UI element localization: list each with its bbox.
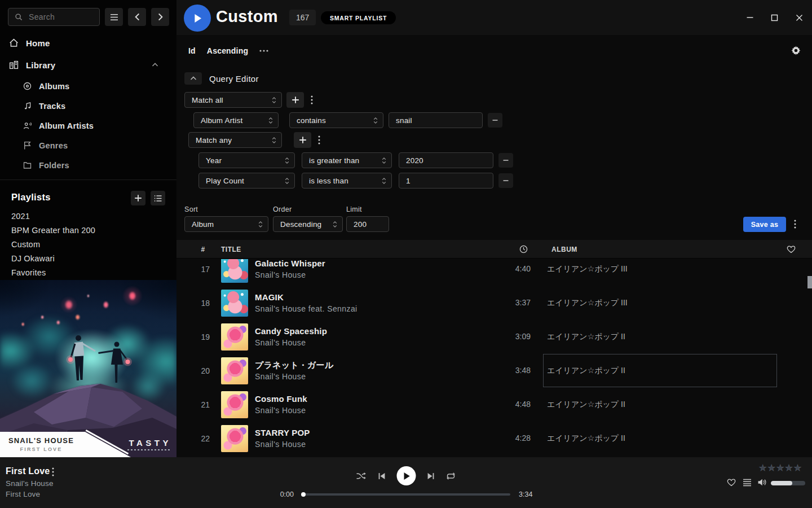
column-album[interactable]: ALBUM xyxy=(551,246,577,253)
limit-input[interactable]: 200 xyxy=(346,216,389,232)
album-art-thumbnail xyxy=(221,259,248,283)
next-button[interactable] xyxy=(427,472,435,480)
nav-forward-button[interactable] xyxy=(151,8,169,26)
focused-cell xyxy=(543,354,777,387)
table-row[interactable]: 17Galactic WhisperSnail's House4:40エイリアン… xyxy=(176,259,812,286)
sidebar-item-folders[interactable]: Folders xyxy=(0,155,176,175)
group-1-menu-button[interactable] xyxy=(308,92,316,108)
play-playlist-button[interactable] xyxy=(184,5,211,32)
album-art-thumbnail xyxy=(221,290,248,317)
rule-value-input[interactable]: 1 xyxy=(399,173,493,189)
minus-icon xyxy=(502,157,509,164)
sidebar-item-library[interactable]: Library xyxy=(0,56,176,74)
order-label: Order xyxy=(273,205,292,213)
save-as-button[interactable]: Save as xyxy=(743,217,786,232)
rating-stars[interactable]: ★★★★★ xyxy=(759,463,801,473)
playlist-item-custom[interactable]: Custom xyxy=(0,237,176,251)
match-select-group-1[interactable]: Match all xyxy=(184,92,282,108)
more-button[interactable] xyxy=(259,50,268,52)
queue-button[interactable] xyxy=(743,479,752,488)
playlist-item-favorites[interactable]: Favorites xyxy=(0,265,176,279)
select-caret-icon xyxy=(333,221,337,228)
total-time: 3:34 xyxy=(519,491,532,498)
remove-rule-button[interactable] xyxy=(498,173,513,188)
seek-bar[interactable] xyxy=(302,493,510,496)
settings-button[interactable] xyxy=(791,46,801,55)
seek-handle[interactable] xyxy=(301,492,306,497)
sidebar-item-genres[interactable]: Genres xyxy=(0,135,176,155)
window-minimize-button[interactable] xyxy=(745,14,754,22)
table-row[interactable]: 19Candy SpaceshipSnail's House3:09エイリアン☆… xyxy=(176,320,812,354)
star-icon[interactable]: ★ xyxy=(759,463,766,473)
select-caret-icon xyxy=(258,221,263,228)
favorite-button[interactable] xyxy=(727,478,736,488)
star-icon[interactable]: ★ xyxy=(794,463,801,473)
star-icon[interactable]: ★ xyxy=(776,463,784,473)
playlist-item-label: 2021 xyxy=(11,212,30,221)
add-rule-button-group-1[interactable] xyxy=(286,92,304,108)
menu-button[interactable] xyxy=(105,8,123,26)
sidebar-item-tracks[interactable]: Tracks xyxy=(0,96,176,116)
folder-icon xyxy=(23,161,32,169)
match-select-group-2[interactable]: Match any xyxy=(188,132,282,148)
play-button[interactable] xyxy=(397,466,416,485)
add-rule-button-group-2[interactable] xyxy=(294,132,311,148)
sort-field-button[interactable]: Id xyxy=(188,46,196,55)
sort-select[interactable]: Album xyxy=(184,216,268,232)
group-2-menu-button[interactable] xyxy=(315,132,323,148)
repeat-button[interactable] xyxy=(446,472,456,480)
window-maximize-button[interactable] xyxy=(770,14,779,22)
star-icon[interactable]: ★ xyxy=(767,463,775,473)
track-album: エイリアン☆ポップ II xyxy=(547,332,625,342)
heart-icon[interactable] xyxy=(787,245,796,253)
table-row[interactable]: 21Cosmo FunkSnail's House4:48エイリアン☆ポップ I… xyxy=(176,388,812,422)
playlist-menu-button[interactable] xyxy=(151,191,165,205)
volume-slider[interactable] xyxy=(771,481,805,485)
rule-field-select[interactable]: Play Count xyxy=(198,173,295,189)
sidebar-item-albums[interactable]: Albums xyxy=(0,76,176,96)
search-input[interactable]: Search xyxy=(8,8,100,26)
playlist-actions-button[interactable] xyxy=(791,216,799,232)
kebab-icon xyxy=(318,135,320,144)
scrollbar-thumb[interactable] xyxy=(807,276,812,288)
main-panel: Custom 167 SMART PLAYLIST Id Ascending Q… xyxy=(176,0,812,457)
clock-icon[interactable] xyxy=(519,245,528,253)
remove-rule-button[interactable] xyxy=(498,153,513,168)
sidebar-item-album-artists[interactable]: Album Artists xyxy=(0,116,176,135)
rule-value-input[interactable]: 2020 xyxy=(399,152,493,168)
playlist-item-2021[interactable]: 2021 xyxy=(0,209,176,223)
table-row[interactable]: 20プラネット・ガールSnail's House3:48エイリアン☆ポップ II xyxy=(176,354,812,388)
playlist-item-bpm-greater-than-200[interactable]: BPM Greater than 200 xyxy=(0,223,176,237)
rule-field-select[interactable]: Album Artist xyxy=(193,112,279,128)
sort-direction-button[interactable]: Ascending xyxy=(207,46,248,55)
sidebar-item-home[interactable]: Home xyxy=(0,34,176,52)
track-number: 21 xyxy=(183,400,210,409)
shuffle-button[interactable] xyxy=(356,472,367,480)
column-title[interactable]: TITLE xyxy=(221,246,241,253)
track-title: Cosmo Funk xyxy=(255,394,307,404)
order-select[interactable]: Descending xyxy=(273,216,343,232)
sidebar-divider xyxy=(0,179,176,180)
now-playing-album: First Love xyxy=(6,490,40,498)
playlist-item-dj-okawari[interactable]: DJ Okawari xyxy=(0,251,176,265)
rule-op-select[interactable]: is greater than xyxy=(302,152,392,168)
table-row[interactable]: 22STARRY POPSnail's House4:28エイリアン☆ポップ I… xyxy=(176,422,812,456)
column-number[interactable]: # xyxy=(199,246,207,253)
remove-rule-button[interactable] xyxy=(488,113,502,128)
star-icon[interactable]: ★ xyxy=(785,463,792,473)
rule-field-select[interactable]: Year xyxy=(198,152,295,168)
track-options-button[interactable] xyxy=(52,467,54,478)
table-row[interactable]: 18MAGIKSnail's House feat. Sennzai3:37エイ… xyxy=(176,286,812,320)
nav-back-button[interactable] xyxy=(128,8,146,26)
previous-button[interactable] xyxy=(378,472,386,480)
track-number: 17 xyxy=(183,265,210,274)
track-artist: Snail's House xyxy=(255,270,306,279)
add-playlist-button[interactable] xyxy=(131,191,145,205)
track-artist: Snail's House xyxy=(255,406,306,415)
track-count-badge: 167 xyxy=(289,10,316,25)
rule-op-select[interactable]: contains xyxy=(289,112,383,128)
rule-value-input[interactable]: snail xyxy=(389,112,483,128)
window-close-button[interactable] xyxy=(795,14,804,22)
query-editor-collapse-button[interactable] xyxy=(184,72,202,85)
rule-op-select[interactable]: is less than xyxy=(302,173,392,189)
